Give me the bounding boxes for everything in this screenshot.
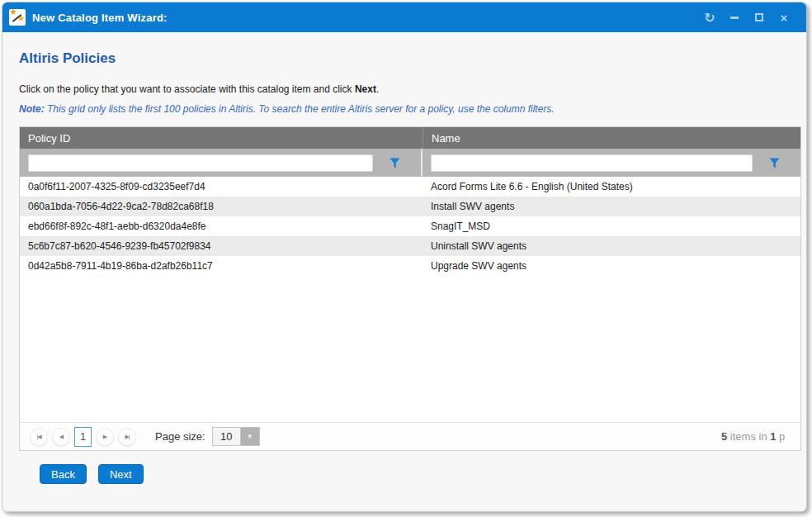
previous-page-button[interactable]: ◀ xyxy=(52,428,70,446)
page-title: Altiris Policies xyxy=(19,50,801,67)
refresh-icon[interactable]: ↻ xyxy=(697,2,722,32)
last-page-button[interactable]: ▶| xyxy=(118,428,136,446)
instruction-text: Click on the policy that you want to ass… xyxy=(19,83,801,95)
policy-row-1[interactable]: 0a0f6f11-2007-4325-8f09-cd3235eef7d4 Aco… xyxy=(20,177,800,197)
grid-body: 0a0f6f11-2007-4325-8f09-cd3235eef7d4 Aco… xyxy=(20,177,800,422)
policies-grid: Policy ID Name xyxy=(19,126,801,451)
page-size-label: Page size: xyxy=(155,430,205,443)
policy-row-5[interactable]: 0d42a5b8-7911-4b19-86ba-d2afb26b11c7 Upg… xyxy=(20,256,800,276)
maximize-icon[interactable] xyxy=(747,2,772,32)
back-button[interactable]: Back xyxy=(40,464,87,484)
pager-bar: |◀ ◀ 1 ▶ ▶| Page size: 10 ▼ 5 items in 1… xyxy=(20,422,800,450)
minimize-icon[interactable] xyxy=(722,2,747,32)
policy-id-cell: ebd66f8f-892c-48f1-aebb-d6320da4e8fe xyxy=(20,216,423,236)
next-button[interactable]: Next xyxy=(98,464,144,484)
column-header-policy-id[interactable]: Policy ID xyxy=(20,127,423,149)
window-title: New Catalog Item Wizard: xyxy=(32,12,168,24)
policy-name-cell: Upgrade SWV agents xyxy=(423,256,800,276)
column-header-name[interactable]: Name xyxy=(423,127,800,149)
name-filter-input[interactable] xyxy=(431,154,753,172)
wizard-app-icon: ★ ★ xyxy=(9,9,26,26)
policy-id-cell: 060a1bda-7056-4d22-9ca2-78d82ca68f18 xyxy=(20,197,423,216)
page-size-value: 10 xyxy=(213,428,240,445)
policy-name-cell: SnagIT_MSD xyxy=(423,216,800,236)
titlebar: ★ ★ New Catalog Item Wizard: ↻ × xyxy=(2,2,806,32)
dropdown-arrow-icon: ▼ xyxy=(240,428,259,445)
policy-name-cell: Uninstall SWV agents xyxy=(423,236,800,256)
note-text: Note: This grid only lists the first 100… xyxy=(19,103,801,115)
filter-row xyxy=(20,149,800,177)
policy-row-2[interactable]: 060a1bda-7056-4d22-9ca2-78d82ca68f18 Ins… xyxy=(20,197,800,216)
policy-row-4[interactable]: 5c6b7c87-b620-4546-9239-fb45702f9834 Uni… xyxy=(20,236,800,256)
wizard-window: ★ ★ New Catalog Item Wizard: ↻ × Altiris… xyxy=(2,2,807,512)
grid-header: Policy ID Name xyxy=(20,127,800,149)
policy-name-cell: Install SWV agents xyxy=(423,197,800,216)
items-summary: 5 items in 1 p xyxy=(721,430,800,443)
policy-id-cell: 5c6b7c87-b620-4546-9239-fb45702f9834 xyxy=(20,236,423,256)
policy-id-cell: 0d42a5b8-7911-4b19-86ba-d2afb26b11c7 xyxy=(20,256,423,276)
policy-name-cell: Acord Forms Lite 6.6 - English (United S… xyxy=(423,177,800,197)
content-area: Altiris Policies Click on the policy tha… xyxy=(2,32,806,511)
policy-id-filter-input[interactable] xyxy=(28,154,373,172)
current-page-indicator[interactable]: 1 xyxy=(74,427,92,447)
next-page-button[interactable]: ▶ xyxy=(96,428,114,446)
page-size-dropdown[interactable]: 10 ▼ xyxy=(212,427,260,446)
first-page-button[interactable]: |◀ xyxy=(30,428,48,446)
close-icon[interactable]: × xyxy=(772,2,796,32)
name-filter-icon[interactable] xyxy=(764,153,784,173)
policy-id-filter-icon[interactable] xyxy=(385,153,404,173)
policy-id-cell: 0a0f6f11-2007-4325-8f09-cd3235eef7d4 xyxy=(20,177,423,197)
policy-row-3[interactable]: ebd66f8f-892c-48f1-aebb-d6320da4e8fe Sna… xyxy=(20,216,800,236)
footer: Back Next xyxy=(19,451,801,497)
